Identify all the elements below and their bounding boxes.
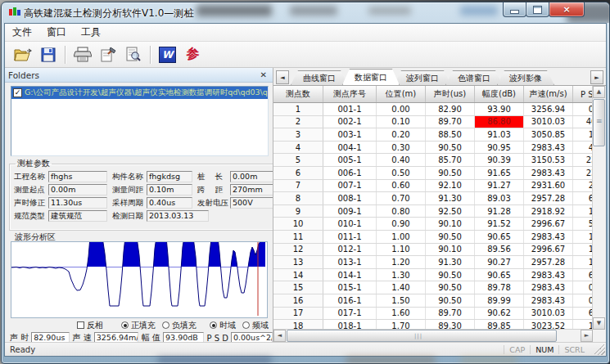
table-row-13[interactable]: 13013-11.2091.3090.272957.2814.4 bbox=[273, 256, 593, 269]
table-cell[interactable]: 89.99 bbox=[475, 294, 524, 307]
table-cell[interactable]: 91.28 bbox=[475, 204, 524, 218]
table-cell[interactable]: 012-1 bbox=[323, 243, 377, 256]
table-cell[interactable]: 91.03 bbox=[475, 128, 524, 142]
table-cell[interactable]: 230.4 bbox=[573, 154, 594, 167]
param-field[interactable]: 500V bbox=[230, 197, 273, 209]
table-row-7[interactable]: 7007-10.6092.1091.272931.6025.6 bbox=[273, 179, 593, 192]
menu-file[interactable]: 文件 bbox=[5, 24, 39, 41]
table-cell[interactable]: 0.10 bbox=[377, 115, 426, 128]
table-cell[interactable]: 25.6 bbox=[573, 179, 594, 192]
vertical-scroll-thumb[interactable] bbox=[593, 99, 605, 146]
table-cell[interactable]: 11 bbox=[273, 230, 323, 243]
table-cell[interactable]: 90.65 bbox=[475, 268, 524, 281]
column-header-4[interactable]: 幅度(dB) bbox=[475, 86, 524, 103]
table-cell[interactable]: 0.20 bbox=[377, 128, 426, 142]
table-row-17[interactable]: 17017-11.6089.7090.623010.036.40 bbox=[273, 307, 593, 320]
table-row-5[interactable]: 5005-10.4085.7090.393150.53230.4 bbox=[273, 154, 593, 167]
table-cell[interactable]: 008-1 bbox=[323, 192, 377, 205]
table-cell[interactable]: 1.40 bbox=[377, 281, 426, 294]
tab-2[interactable]: 波列窗口 bbox=[394, 70, 451, 85]
table-cell[interactable]: 57.6 bbox=[573, 218, 594, 231]
table-cell[interactable]: 2983.43 bbox=[524, 281, 573, 294]
open-file-button[interactable] bbox=[11, 44, 34, 65]
table-cell[interactable]: 0.80 bbox=[377, 204, 426, 218]
column-header-3[interactable]: 声时(us) bbox=[426, 86, 475, 103]
table-cell[interactable]: 85.70 bbox=[426, 154, 475, 167]
table-cell[interactable]: 90.50 bbox=[426, 294, 475, 307]
table-row-10[interactable]: 10010-10.9090.1091.522996.6757.6 bbox=[273, 218, 593, 231]
time-domain-radio[interactable]: 时域 bbox=[210, 320, 236, 331]
vertical-scrollbar[interactable]: ▲ ▼ bbox=[592, 86, 606, 330]
tab-scroll-right-icon[interactable]: ► bbox=[590, 70, 603, 84]
table-cell[interactable]: 90.65 bbox=[475, 230, 524, 243]
table-cell[interactable]: 90.50 bbox=[426, 281, 475, 294]
freq-domain-radio[interactable]: 频域 bbox=[242, 320, 269, 331]
table-cell[interactable]: 90.50 bbox=[426, 166, 475, 179]
menu-tools[interactable]: 工具 bbox=[74, 24, 108, 41]
table-cell[interactable]: 016-1 bbox=[323, 294, 377, 307]
process-button[interactable] bbox=[97, 44, 119, 65]
table-cell[interactable]: 5 bbox=[273, 154, 323, 167]
menu-window[interactable]: 窗口 bbox=[39, 24, 74, 41]
invert-checkbox[interactable]: 反相 bbox=[77, 320, 103, 331]
table-row-4[interactable]: 4004-10.3090.5090.952983.4340.0 bbox=[273, 141, 593, 154]
table-cell[interactable]: 89.70 bbox=[426, 307, 475, 320]
table-cell[interactable]: 0.40 bbox=[377, 154, 426, 167]
table-cell[interactable]: 90.10 bbox=[426, 243, 475, 256]
table-cell[interactable]: 86.80 bbox=[475, 115, 524, 128]
table-cell[interactable]: 8 bbox=[273, 192, 323, 205]
param-field[interactable]: fhghs bbox=[48, 171, 107, 182]
param-field[interactable]: 2013.03.13 bbox=[147, 210, 209, 222]
column-header-1[interactable]: 测点序号 bbox=[323, 86, 377, 103]
table-cell[interactable]: 93.90 bbox=[475, 103, 524, 116]
table-cell[interactable]: 0.00 bbox=[377, 103, 426, 116]
table-row-3[interactable]: 3003-10.2088.5091.033050.8514.4 bbox=[273, 128, 593, 142]
table-cell[interactable]: 013-1 bbox=[323, 256, 377, 269]
table-cell[interactable]: 1.00 bbox=[377, 230, 426, 243]
table-cell[interactable]: 6.40 bbox=[573, 268, 594, 281]
table-cell[interactable]: 90.27 bbox=[475, 256, 524, 269]
table-cell[interactable]: 6 bbox=[273, 166, 323, 179]
table-cell[interactable]: 3 bbox=[273, 128, 323, 142]
table-cell[interactable]: 90.50 bbox=[426, 230, 475, 243]
table-cell[interactable]: 1.30 bbox=[377, 268, 426, 281]
tab-4[interactable]: 波列影像 bbox=[497, 70, 554, 85]
column-header-0[interactable]: 测点数 bbox=[273, 86, 323, 103]
table-cell[interactable]: 014-1 bbox=[323, 268, 377, 281]
table-row-8[interactable]: 8008-10.7091.3089.032957.286.40 bbox=[273, 192, 593, 205]
table-cell[interactable]: 2918.92 bbox=[524, 204, 573, 218]
tab-1[interactable]: 数据窗口 bbox=[342, 69, 400, 85]
table-row-15[interactable]: 15015-11.4090.5089.782983.430.00 bbox=[273, 281, 593, 294]
table-cell[interactable]: 1.60 bbox=[573, 230, 594, 243]
table-cell[interactable]: 011-1 bbox=[323, 230, 377, 243]
table-cell[interactable]: 2931.60 bbox=[524, 179, 573, 192]
table-cell[interactable]: 230.4 bbox=[573, 166, 594, 179]
column-header-5[interactable]: 声速(m/s) bbox=[524, 86, 573, 103]
table-cell[interactable]: 006-1 bbox=[323, 166, 377, 179]
minimize-button[interactable] bbox=[503, 2, 526, 17]
table-cell[interactable]: 017-1 bbox=[323, 307, 377, 320]
table-cell[interactable]: 2983.43 bbox=[524, 230, 573, 243]
table-cell[interactable]: 3150.53 bbox=[524, 154, 573, 167]
table-cell[interactable]: 91.65 bbox=[475, 166, 524, 179]
close-button[interactable]: × bbox=[549, 2, 585, 17]
table-cell[interactable]: 0.30 bbox=[377, 141, 426, 154]
fill-negative-radio[interactable]: 负填充 bbox=[162, 320, 197, 331]
waveform-plot[interactable] bbox=[11, 241, 268, 318]
tab-0[interactable]: 曲线窗口 bbox=[291, 70, 348, 85]
table-row-6[interactable]: 6006-10.5090.5091.652983.43230.4 bbox=[273, 166, 593, 179]
table-cell[interactable]: 10 bbox=[273, 218, 323, 231]
table-cell[interactable]: 89.78 bbox=[475, 281, 524, 294]
file-list-item[interactable]: ✓ G:\公司产品设计开发\超声仪器\超声仪实地检测数据调研时qd\qd03\q… bbox=[11, 87, 268, 99]
title-bar[interactable]: 高铁建混凝土检测分析软件V1.0—测桩 × bbox=[2, 2, 609, 23]
table-cell[interactable]: 0.70 bbox=[377, 192, 426, 205]
table-cell[interactable]: 015-1 bbox=[323, 281, 377, 294]
table-cell[interactable]: 1.50 bbox=[377, 294, 426, 307]
table-cell[interactable]: 2957.28 bbox=[524, 192, 573, 205]
table-cell[interactable]: 14.4 bbox=[573, 204, 594, 218]
table-cell[interactable]: 0.60 bbox=[377, 179, 426, 192]
table-cell[interactable]: 0.00 bbox=[573, 294, 594, 307]
table-cell[interactable]: 2957.28 bbox=[524, 256, 573, 269]
param-field[interactable]: 建筑规范 bbox=[48, 210, 107, 222]
resize-grip[interactable] bbox=[594, 344, 605, 355]
